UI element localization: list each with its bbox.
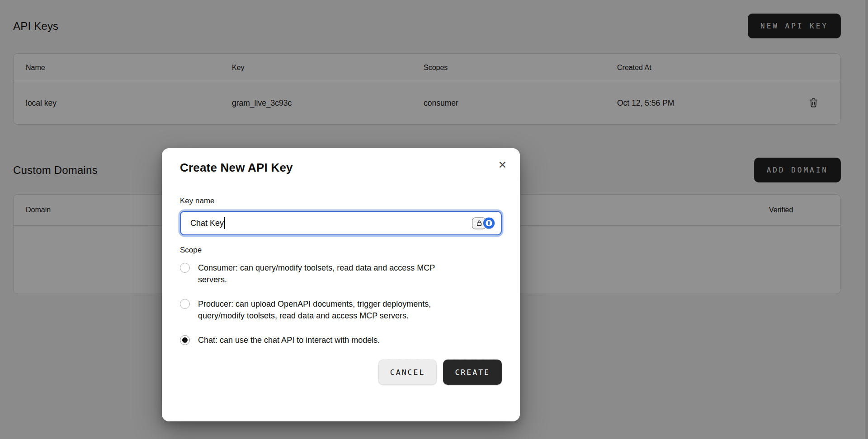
radio-label: Chat: can use the chat API to interact w… <box>198 334 380 346</box>
scope-radio-group: Consumer: can query/modify toolsets, rea… <box>180 262 502 346</box>
scope-label: Scope <box>180 246 502 255</box>
radio-button[interactable] <box>180 299 190 309</box>
scope-option-producer[interactable]: Producer: can upload OpenAPI documents, … <box>180 298 502 322</box>
key-name-label: Key name <box>180 196 502 205</box>
onepassword-icon[interactable] <box>483 217 495 229</box>
radio-label: Producer: can upload OpenAPI documents, … <box>198 298 431 322</box>
create-api-key-dialog: ✕ Create New API Key Key name Chat Key S… <box>162 148 520 421</box>
cancel-button[interactable]: CANCEL <box>378 360 437 385</box>
x-icon: ✕ <box>498 159 507 171</box>
close-button[interactable]: ✕ <box>497 159 508 171</box>
scope-option-chat[interactable]: Chat: can use the chat API to interact w… <box>180 334 502 346</box>
dialog-actions: CANCEL CREATE <box>180 360 502 385</box>
radio-label: Consumer: can query/modify toolsets, rea… <box>198 262 435 285</box>
radio-button[interactable] <box>180 263 190 273</box>
text-caret <box>224 217 225 229</box>
key-name-value: Chat Key <box>190 219 224 228</box>
password-manager-widgets <box>472 217 495 229</box>
dialog-title: Create New API Key <box>180 161 502 175</box>
radio-button[interactable] <box>180 335 190 345</box>
key-name-input[interactable]: Chat Key <box>180 211 502 235</box>
scope-option-consumer[interactable]: Consumer: can query/modify toolsets, rea… <box>180 262 502 285</box>
create-button[interactable]: CREATE <box>443 360 502 385</box>
